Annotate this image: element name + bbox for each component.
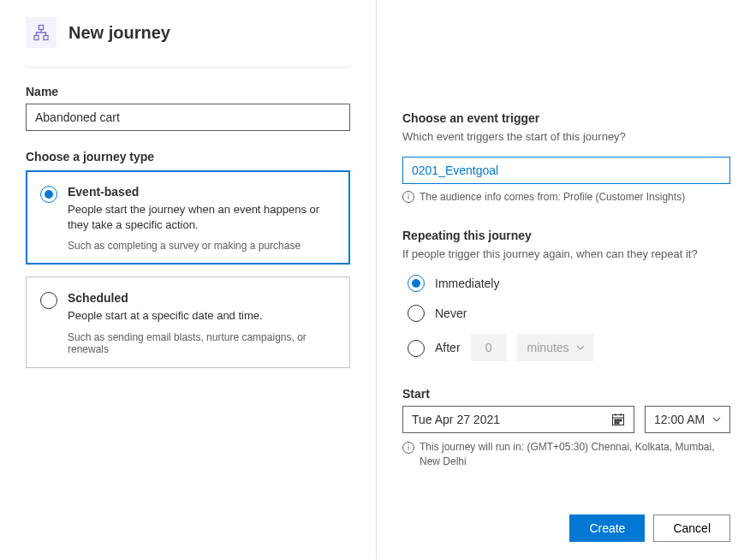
- svg-rect-2: [44, 36, 48, 40]
- event-based-example: Such as completing a survey or making a …: [68, 240, 336, 252]
- repeat-option-after[interactable]: After minutes: [408, 334, 730, 361]
- name-label: Name: [26, 85, 350, 98]
- journey-type-event-based[interactable]: Event-based People start the journey whe…: [26, 170, 350, 265]
- trigger-info: The audience info comes from: Profile (C…: [420, 191, 685, 203]
- start-label: Start: [402, 387, 730, 401]
- scheduled-title: Scheduled: [68, 291, 336, 305]
- repeat-never-label: Never: [435, 306, 467, 320]
- svg-rect-8: [617, 419, 619, 421]
- start-time-value: 12:00 AM: [654, 413, 705, 426]
- radio-immediately[interactable]: [408, 275, 425, 292]
- radio-event-based[interactable]: [40, 186, 57, 203]
- create-button[interactable]: Create: [569, 514, 645, 542]
- repeat-subtext: If people trigger this journey again, wh…: [402, 247, 730, 260]
- journey-type-scheduled[interactable]: Scheduled People start at a specific dat…: [26, 277, 350, 367]
- info-icon: i: [402, 191, 414, 203]
- calendar-icon: [611, 413, 625, 426]
- svg-rect-0: [39, 26, 44, 30]
- repeat-option-never[interactable]: Never: [408, 304, 730, 322]
- journey-icon: [26, 17, 57, 48]
- repeat-after-unit: minutes: [527, 341, 569, 354]
- trigger-value: 0201_Eventgoal: [412, 164, 498, 177]
- chevron-down-icon: [712, 417, 721, 422]
- svg-rect-9: [620, 419, 622, 421]
- scheduled-desc: People start at a specific date and time…: [68, 308, 336, 324]
- event-based-desc: People start the journey when an event h…: [68, 202, 336, 233]
- chevron-down-icon: [576, 345, 585, 350]
- cancel-button[interactable]: Cancel: [653, 514, 730, 542]
- start-timezone: This journey will run in: (GMT+05:30) Ch…: [420, 440, 730, 469]
- start-date-input[interactable]: Tue Apr 27 2021: [402, 406, 634, 433]
- svg-rect-1: [34, 36, 39, 40]
- radio-after[interactable]: [408, 340, 425, 357]
- repeat-label: Repeating this journey: [402, 229, 730, 242]
- repeat-immediately-label: Immediately: [435, 277, 499, 290]
- name-input[interactable]: [26, 104, 350, 131]
- event-based-title: Event-based: [68, 185, 336, 199]
- svg-rect-7: [615, 419, 616, 421]
- trigger-label: Choose an event trigger: [402, 111, 730, 125]
- info-icon: i: [402, 442, 414, 454]
- page-title: New journey: [68, 23, 170, 43]
- start-time-input[interactable]: 12:00 AM: [645, 406, 730, 433]
- repeat-after-label: After: [435, 341, 461, 354]
- radio-never[interactable]: [408, 305, 425, 322]
- repeat-after-number[interactable]: [471, 334, 507, 361]
- scheduled-example: Such as sending email blasts, nurture ca…: [68, 331, 336, 355]
- svg-rect-11: [617, 422, 619, 424]
- journey-type-label: Choose a journey type: [26, 150, 350, 164]
- repeat-option-immediately[interactable]: Immediately: [408, 274, 730, 292]
- svg-rect-10: [615, 422, 616, 424]
- trigger-input[interactable]: 0201_Eventgoal: [402, 157, 730, 184]
- radio-scheduled[interactable]: [40, 292, 57, 309]
- trigger-subtext: Which event triggers the start of this j…: [402, 130, 730, 143]
- start-date-value: Tue Apr 27 2021: [412, 413, 500, 426]
- repeat-after-unit-select[interactable]: minutes: [517, 334, 593, 361]
